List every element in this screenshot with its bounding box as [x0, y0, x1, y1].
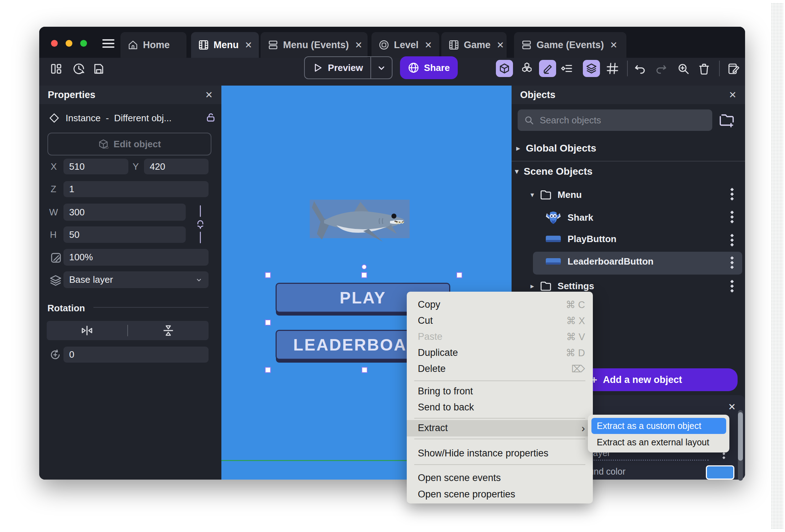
- tab-menu-events[interactable]: Menu (Events) ✕: [261, 32, 368, 58]
- tab-menu[interactable]: Menu ✕: [191, 32, 259, 58]
- selection-handle-top-center[interactable]: [361, 272, 367, 278]
- row-menu-icon[interactable]: [731, 280, 733, 292]
- tab-label: Menu: [214, 40, 239, 51]
- background-color-swatch[interactable]: [706, 465, 734, 480]
- edit-object-button[interactable]: 2D Edit object: [47, 133, 211, 155]
- instance-icon: [49, 113, 59, 123]
- tree-object-playbutton[interactable]: PlayButton: [545, 234, 616, 245]
- row-menu-icon[interactable]: [731, 257, 733, 268]
- close-icon[interactable]: ✕: [729, 89, 737, 101]
- height-field[interactable]: 50: [63, 226, 186, 243]
- y-field[interactable]: 420: [144, 159, 209, 174]
- row-menu-icon[interactable]: [731, 188, 733, 200]
- instance-type-label: Instance - Different obj...: [66, 113, 171, 124]
- z-field[interactable]: 1: [63, 181, 209, 197]
- add-folder-icon[interactable]: [718, 111, 735, 128]
- menu-item-duplicate[interactable]: Duplicate⌘ D: [418, 345, 585, 361]
- menu-item-extract[interactable]: Extract›: [407, 420, 593, 436]
- zoom-in-icon[interactable]: [677, 63, 689, 75]
- rotation-angle-field[interactable]: 0: [63, 347, 209, 363]
- menu-item-show-hide-instance-properties[interactable]: Show/Hide instance properties: [418, 445, 585, 461]
- menu-item-copy[interactable]: Copy⌘ C: [418, 297, 585, 313]
- edit-mode-icon[interactable]: [539, 60, 556, 77]
- search-icon: [524, 115, 534, 125]
- menu-item-delete[interactable]: Delete⌦: [418, 361, 585, 377]
- close-icon[interactable]: ✕: [205, 89, 213, 101]
- selection-handle-top-right[interactable]: [456, 272, 462, 278]
- tab-home[interactable]: Home: [120, 32, 186, 58]
- project-manager-icon[interactable]: [50, 63, 62, 75]
- close-tab-icon[interactable]: ✕: [610, 40, 617, 50]
- scene-objects-label: Scene Objects: [524, 166, 592, 177]
- opacity-field[interactable]: 100%: [63, 249, 209, 266]
- width-field[interactable]: 300: [63, 204, 186, 221]
- tab-game[interactable]: Game ✕: [441, 32, 507, 58]
- tab-game-events[interactable]: Game (Events) ✕: [514, 32, 626, 58]
- flip-vertical-button[interactable]: [128, 324, 209, 337]
- global-objects-row[interactable]: ▸ Global Objects: [516, 143, 596, 154]
- menu-item-open-scene-properties[interactable]: Open scene properties: [418, 486, 585, 502]
- version-history-icon[interactable]: [73, 63, 85, 75]
- close-tab-icon[interactable]: ✕: [245, 40, 252, 50]
- preview-options-button[interactable]: [371, 57, 392, 78]
- tab-label: Menu (Events): [283, 40, 349, 51]
- tab-level[interactable]: Level ✕: [371, 32, 439, 58]
- close-tab-icon[interactable]: ✕: [355, 40, 363, 50]
- shark-sprite[interactable]: [310, 200, 410, 238]
- main-menu-icon[interactable]: [102, 39, 114, 50]
- preview-button[interactable]: Preview: [305, 57, 370, 78]
- grid-icon[interactable]: [606, 62, 619, 75]
- selection-handle-bottom-center[interactable]: [361, 367, 368, 373]
- save-icon[interactable]: [93, 63, 105, 75]
- tree-folder-menu[interactable]: ▾ Menu: [530, 188, 582, 201]
- folder-icon: [539, 188, 552, 201]
- object-groups-icon[interactable]: [520, 62, 533, 75]
- tree-folder-settings[interactable]: ▸ Settings: [530, 280, 594, 292]
- submenu-arrow-icon: ›: [581, 422, 585, 434]
- search-input[interactable]: Search objects: [518, 109, 712, 131]
- tab-label: Level: [394, 40, 419, 51]
- undo-icon[interactable]: [634, 63, 646, 75]
- redo-icon[interactable]: [655, 63, 667, 75]
- row-menu-icon[interactable]: [731, 211, 733, 223]
- flip-horizontal-button[interactable]: [47, 324, 127, 337]
- menu-item-cut[interactable]: Cut⌘ X: [418, 313, 585, 329]
- close-icon[interactable]: ✕: [728, 401, 736, 413]
- context-menu: Copy⌘ C Cut⌘ X Paste⌘ V Duplicate⌘ D Del…: [407, 292, 593, 503]
- scrollbar-thumb[interactable]: [738, 412, 743, 461]
- selection-handle-bottom-left[interactable]: [265, 367, 271, 373]
- tree-object-leaderboardbutton[interactable]: LeaderboardButton: [545, 256, 653, 267]
- submenu-item-extract-external-layout[interactable]: Extract as an external layout: [591, 435, 726, 450]
- unlock-icon[interactable]: [205, 112, 216, 123]
- menu-item-send-to-back[interactable]: Send to back: [418, 399, 585, 415]
- edit-scene-properties-icon[interactable]: [727, 62, 740, 75]
- global-objects-label: Global Objects: [526, 143, 596, 154]
- rotation-handle[interactable]: [361, 264, 367, 270]
- layer-icon: [49, 274, 62, 287]
- scene-objects-row[interactable]: ▾ Scene Objects: [515, 166, 592, 177]
- layers-panel-toggle-icon[interactable]: [583, 60, 600, 77]
- menu-item-paste[interactable]: Paste⌘ V: [418, 329, 585, 345]
- objects-panel-toggle-icon[interactable]: [496, 60, 513, 77]
- tree-label: PlayButton: [568, 234, 616, 245]
- play-icon: [312, 62, 323, 73]
- close-window-button[interactable]: [51, 40, 58, 47]
- row-menu-icon[interactable]: [731, 234, 733, 246]
- submenu-item-extract-custom-object[interactable]: Extract as a custom object: [591, 418, 726, 434]
- layer-select[interactable]: Base layer: [63, 271, 209, 288]
- share-button[interactable]: Share: [400, 56, 458, 79]
- menu-item-open-scene-events[interactable]: Open scene events: [418, 470, 585, 486]
- delete-icon[interactable]: [698, 63, 710, 75]
- zoom-window-button[interactable]: [80, 40, 87, 47]
- tree-object-shark[interactable]: Shark: [545, 210, 593, 225]
- x-field[interactable]: 510: [63, 159, 128, 174]
- link-dimensions-icon[interactable]: [196, 205, 205, 244]
- chevron-down-icon: [195, 276, 203, 284]
- close-tab-icon[interactable]: ✕: [497, 40, 504, 50]
- instances-list-icon[interactable]: [560, 62, 573, 75]
- menu-item-bring-to-front[interactable]: Bring to front: [418, 383, 585, 399]
- selection-handle-top-left[interactable]: [265, 272, 271, 278]
- close-tab-icon[interactable]: ✕: [425, 40, 432, 50]
- selection-handle-middle-left[interactable]: [265, 319, 271, 326]
- minimize-window-button[interactable]: [66, 40, 72, 47]
